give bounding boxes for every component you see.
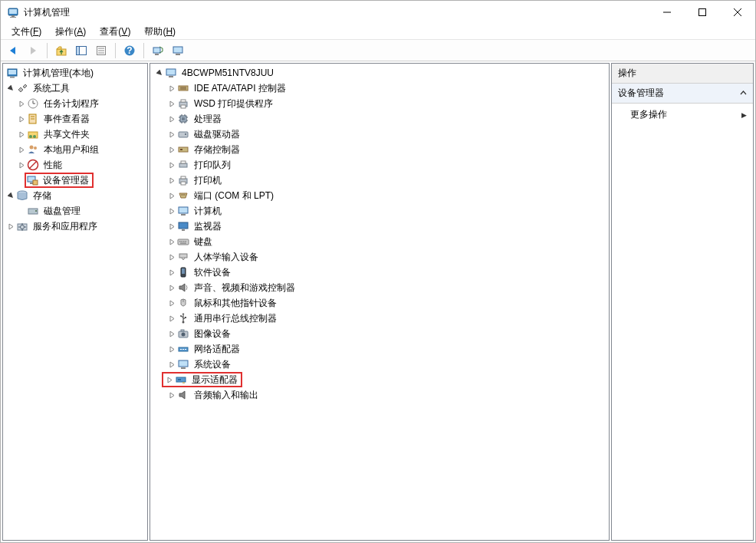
menu-file[interactable]: 文件(F) [5,24,48,40]
device-storage-controller[interactable]: 存储控制器 [150,142,609,157]
expander-closed-icon[interactable] [167,329,176,338]
expander-closed-icon[interactable] [167,237,176,246]
tree-item-task-scheduler[interactable]: 任务计划程序 [3,96,147,111]
left-tree-pane[interactable]: 计算机管理(本地) 系统工具 任务计划程序 [2,63,148,541]
expander-closed-icon[interactable] [167,344,176,354]
expander-closed-icon[interactable] [6,222,15,231]
tree-item-disk-management[interactable]: 磁盘管理 [3,203,147,219]
device-wsd[interactable]: WSD 打印提供程序 [150,96,609,111]
tree-label: 服务和应用程序 [31,219,99,234]
device-audio-io[interactable]: 音频输入和输出 [150,387,609,403]
maximize-button[interactable] [685,1,720,24]
expander-closed-icon[interactable] [17,130,26,139]
expander-closed-icon[interactable] [167,160,176,169]
tree-item-services-apps[interactable]: 服务和应用程序 [3,219,147,234]
tree-item-system-tools[interactable]: 系统工具 [3,81,147,96]
svg-rect-75 [179,207,188,213]
expander-closed-icon[interactable] [167,176,176,185]
titlebar: 计算机管理 [1,1,755,24]
expander-closed-icon[interactable] [167,360,176,369]
tree-item-storage[interactable]: 存储 [3,188,147,203]
properties-button[interactable] [92,41,110,60]
device-imaging[interactable]: 图像设备 [150,326,609,341]
forward-button[interactable] [24,41,42,60]
tree-item-device-manager[interactable]: 设备管理器 [3,173,147,188]
expander-closed-icon[interactable] [167,298,176,308]
computer-icon [177,205,189,217]
svg-rect-85 [179,254,187,258]
device-display[interactable]: 显示适配器 [150,372,609,387]
device-tree: 4BCWPM51NTV8JUU IDE ATA/ATAPI 控制器 WSD 打印… [150,64,609,404]
actions-section-device-manager[interactable]: 设备管理器 [612,84,753,104]
svg-rect-52 [181,105,186,108]
menu-action[interactable]: 操作(A) [49,24,92,40]
device-system-dev[interactable]: 系统设备 [150,357,609,372]
minimize-button[interactable] [649,1,685,24]
expander-closed-icon[interactable] [167,191,176,200]
expander-closed-icon[interactable] [167,206,176,216]
svg-rect-5 [699,9,706,16]
device-software-dev[interactable]: 软件设备 [150,265,609,280]
expander-closed-icon[interactable] [167,390,176,400]
up-button[interactable] [52,41,71,60]
tree-item-event-viewer[interactable]: 事件查看器 [3,111,147,127]
device-ide[interactable]: IDE ATA/ATAPI 控制器 [150,81,609,96]
device-hid[interactable]: 人体学输入设备 [150,249,609,265]
device-print-queue[interactable]: 打印队列 [150,157,609,173]
system-device-icon [177,358,189,370]
tree-label: 图像设备 [192,327,232,341]
svg-rect-51 [181,100,186,102]
expander-closed-icon[interactable] [167,283,176,292]
device-mouse[interactable]: 鼠标和其他指针设备 [150,295,609,311]
device-computer[interactable]: 计算机 [150,203,609,219]
expander-closed-icon[interactable] [167,84,176,93]
expander-open-icon[interactable] [6,84,15,93]
menu-view[interactable]: 查看(V) [94,24,136,40]
tree-item-shared-folders[interactable]: 共享文件夹 [3,127,147,142]
tree-item-local-users[interactable]: 本地用户和组 [3,142,147,157]
expander-open-icon[interactable] [6,191,15,200]
expander-closed-icon[interactable] [167,99,176,108]
expander-open-icon[interactable] [155,68,164,77]
tree-label: 鼠标和其他指针设备 [192,296,278,311]
expander-closed-icon[interactable] [17,99,26,108]
expander-closed-icon[interactable] [167,268,176,277]
close-button[interactable] [720,1,755,24]
expander-closed-icon[interactable] [167,252,176,262]
expander-closed-icon[interactable] [167,130,176,139]
svg-point-33 [30,146,34,150]
device-usb[interactable]: 通用串行总线控制器 [150,311,609,326]
tree-root-computer-management[interactable]: 计算机管理(本地) [3,65,147,81]
scan-button[interactable] [149,41,167,60]
back-button[interactable] [4,41,22,60]
show-hide-tree-button[interactable] [72,41,90,60]
tree-label: 磁盘驱动器 [192,127,242,142]
expander-closed-icon[interactable] [167,314,176,323]
expander-closed-icon[interactable] [167,222,176,231]
device-view-button[interactable] [169,41,187,60]
device-cpu[interactable]: 处理器 [150,111,609,127]
expander-closed-icon[interactable] [17,145,26,154]
help-button[interactable]: ? [120,41,139,60]
expander-closed-icon[interactable] [17,160,26,169]
expander-closed-icon[interactable] [167,114,176,123]
expander-closed-icon[interactable] [17,114,26,123]
expander-closed-icon[interactable] [165,375,174,384]
svg-point-31 [29,135,32,138]
tree-item-performance[interactable]: 性能 [3,157,147,173]
center-tree-pane[interactable]: 4BCWPM51NTV8JUU IDE ATA/ATAPI 控制器 WSD 打印… [150,63,610,541]
svg-rect-76 [181,214,186,216]
expander-closed-icon[interactable] [167,145,176,154]
device-root[interactable]: 4BCWPM51NTV8JUU [150,65,609,81]
storage-ctrl-icon [177,143,189,156]
device-sound[interactable]: 声音、视频和游戏控制器 [150,280,609,295]
device-network[interactable]: 网络适配器 [150,341,609,357]
menu-help[interactable]: 帮助(H) [138,24,182,40]
device-monitors[interactable]: 监视器 [150,219,609,234]
device-diskdrive[interactable]: 磁盘驱动器 [150,127,609,142]
actions-more[interactable]: 更多操作 ▶ [612,104,753,126]
device-ports[interactable]: 端口 (COM 和 LPT) [150,188,609,203]
svg-rect-71 [181,182,186,185]
device-printers[interactable]: 打印机 [150,173,609,188]
device-keyboards[interactable]: 键盘 [150,234,609,249]
